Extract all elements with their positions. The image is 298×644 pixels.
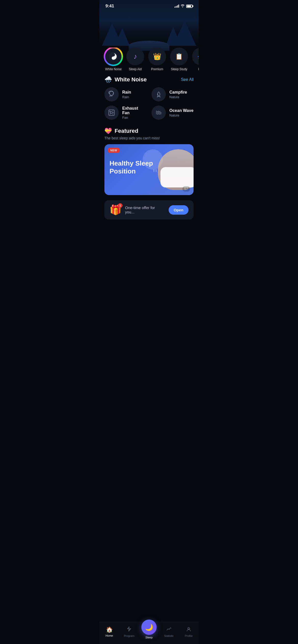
status-icons	[174, 4, 193, 8]
campfire-info: Campfire Nature	[169, 90, 187, 99]
offer-open-button[interactable]: Open	[169, 205, 188, 215]
svg-point-12	[111, 112, 113, 114]
white-noise-header: 🌧️ White Noise See All	[99, 76, 199, 87]
svg-line-17	[110, 113, 111, 114]
svg-rect-11	[109, 110, 114, 115]
svg-line-13	[110, 111, 111, 112]
category-label-sleep-aid: Sleep Aid	[129, 67, 142, 71]
card-number: 57	[182, 186, 190, 192]
svg-point-3	[113, 57, 114, 59]
offer-banner[interactable]: 🎁 1 One-time offer for you... Open	[104, 200, 194, 219]
featured-title: Featured	[115, 128, 138, 134]
signal-icon	[174, 5, 179, 8]
ocean-wave-icon	[152, 106, 166, 120]
rain-category: Rain	[122, 95, 131, 99]
wifi-icon	[181, 4, 185, 8]
nap-icon-wrap: 💤	[192, 48, 199, 65]
rain-info: Rain Rain	[122, 90, 131, 99]
exhaust-fan-icon	[104, 106, 119, 120]
featured-section: 💝 Featured The best sleep aids you can't…	[99, 127, 199, 200]
featured-subtitle: The best sleep aids you can't miss!	[104, 136, 194, 140]
category-label-white-noise: White Noise	[105, 67, 122, 71]
campfire-icon	[152, 87, 166, 101]
sound-item-ocean-wave[interactable]: Ocean Wave Nature	[152, 106, 194, 120]
featured-header: 💝 Featured	[104, 127, 194, 135]
white-noise-icon	[105, 48, 121, 65]
featured-emoji: 💝	[104, 127, 112, 135]
rain-icon	[104, 87, 119, 101]
status-time: 9:41	[105, 4, 114, 9]
sound-item-exhaust-fan[interactable]: Exhaust Fan Fan	[104, 106, 146, 120]
category-item-nap[interactable]: 💤 Nap	[192, 48, 199, 71]
white-noise-title-text: White Noise	[115, 76, 147, 83]
category-label-nap: Nap	[198, 67, 199, 71]
offer-icon-wrap: 🎁 1	[110, 204, 121, 215]
featured-card[interactable]: NEW Healthy Sleep Position " 57	[104, 144, 194, 195]
ocean-wave-name: Ocean Wave	[169, 108, 194, 113]
category-label-premium: Premium	[151, 67, 163, 71]
sleep-aid-icon-wrap: ♪	[126, 48, 144, 65]
campfire-name: Campfire	[169, 90, 187, 95]
sound-item-campfire[interactable]: Campfire Nature	[152, 87, 194, 101]
sounds-grid: Rain Rain Campfire Nature	[99, 87, 199, 120]
white-noise-title: 🌧️ White Noise	[104, 76, 147, 83]
category-item-sleep-aid[interactable]: ♪ Sleep Aid	[126, 48, 144, 71]
svg-line-5	[110, 95, 110, 96]
new-badge: NEW	[108, 148, 119, 153]
campfire-category: Nature	[169, 95, 187, 99]
sleep-study-icon-wrap: 📋	[170, 48, 188, 65]
category-item-premium[interactable]: 👑 Premium	[148, 48, 166, 71]
exhaust-fan-info: Exhaust Fan Fan	[122, 106, 146, 120]
sound-item-rain[interactable]: Rain Rain	[104, 87, 146, 101]
category-label-sleep-study: Sleep Study	[171, 67, 187, 71]
category-scroll: White Noise ♪ Sleep Aid 👑 Premium 📋 Slee…	[99, 48, 199, 76]
card-title: Healthy Sleep Position	[110, 159, 160, 175]
main-content: White Noise ♪ Sleep Aid 👑 Premium 📋 Slee…	[99, 11, 199, 247]
category-item-white-noise[interactable]: White Noise	[104, 48, 122, 71]
offer-badge: 1	[118, 203, 123, 208]
rain-name: Rain	[122, 90, 131, 95]
offer-text: One-time offer for you...	[125, 206, 165, 214]
premium-icon-wrap: 👑	[148, 48, 166, 65]
category-item-sleep-study[interactable]: 📋 Sleep Study	[170, 48, 188, 71]
exhaust-fan-name: Exhaust Fan	[122, 106, 146, 115]
status-bar: 9:41	[99, 0, 199, 11]
exhaust-fan-category: Fan	[122, 116, 146, 120]
battery-icon	[186, 5, 193, 8]
ocean-wave-category: Nature	[169, 113, 194, 117]
see-all-button[interactable]: See All	[181, 77, 194, 82]
white-noise-emoji: 🌧️	[104, 76, 112, 83]
ocean-wave-info: Ocean Wave Nature	[169, 108, 194, 117]
svg-point-2	[113, 54, 114, 55]
